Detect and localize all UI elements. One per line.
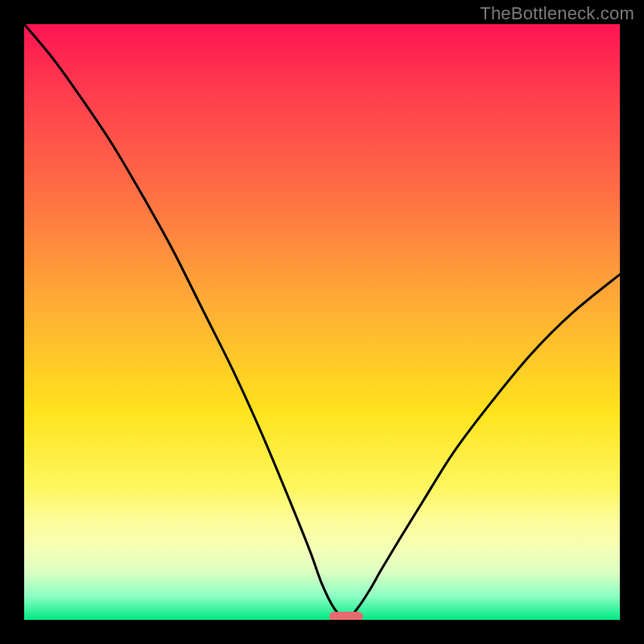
min-marker — [329, 612, 363, 620]
chart-container: TheBottleneck.com — [0, 0, 644, 644]
bottleneck-curve — [24, 24, 620, 620]
watermark: TheBottleneck.com — [480, 3, 634, 24]
plot-area — [24, 24, 620, 620]
